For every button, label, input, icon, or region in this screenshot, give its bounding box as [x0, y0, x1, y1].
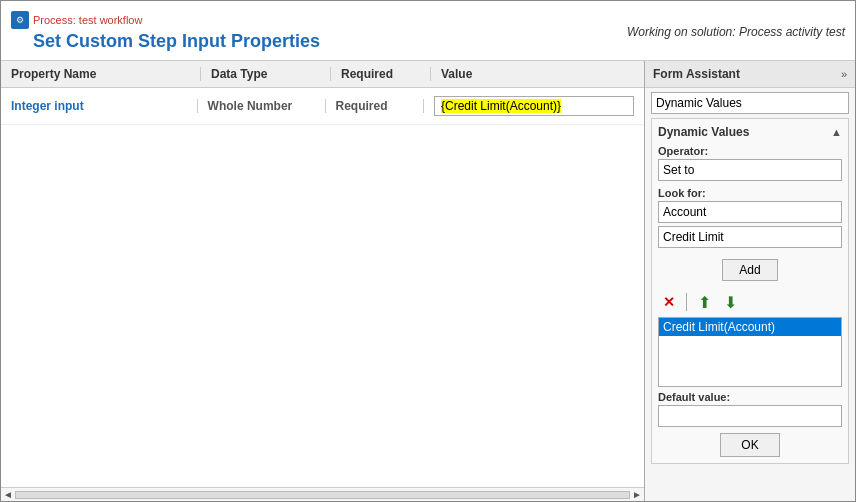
down-arrow-icon: ⬇: [724, 293, 737, 312]
value-highlight: {Credit Limit(Account)}: [441, 99, 561, 113]
cell-value: {Credit Limit(Account)}: [424, 96, 644, 116]
process-label: ⚙ Process: test workflow: [11, 11, 320, 29]
section-collapse-icon[interactable]: ▲: [831, 126, 842, 138]
header-data-type: Data Type: [201, 67, 331, 81]
form-assistant-body: Dynamic Values Dynamic Values ▲ Operator…: [645, 88, 855, 501]
ok-button[interactable]: OK: [720, 433, 779, 457]
bottom-scrollbar[interactable]: ◄ ►: [1, 487, 644, 501]
top-dropdown-row: Dynamic Values: [651, 92, 849, 114]
table-header: Property Name Data Type Required Value: [1, 61, 644, 88]
up-arrow-icon: ⬆: [698, 293, 711, 312]
left-panel: Property Name Data Type Required Value I…: [1, 61, 645, 501]
main-container: ⚙ Process: test workflow Set Custom Step…: [0, 0, 856, 502]
delete-button[interactable]: ✕: [658, 291, 680, 313]
page-title: Set Custom Step Input Properties: [33, 31, 320, 52]
look-for-dropdown[interactable]: Account: [658, 201, 842, 223]
working-on-label: Working on solution: Process activity te…: [627, 25, 845, 39]
toolbar-divider: [686, 293, 687, 311]
cell-data-type: Whole Number: [198, 99, 326, 113]
section-header-row: Dynamic Values ▲: [658, 125, 842, 139]
scroll-track[interactable]: [15, 491, 630, 499]
top-bar: ⚙ Process: test workflow Set Custom Step…: [1, 1, 855, 61]
move-down-button[interactable]: ⬇: [719, 291, 741, 313]
top-bar-left: ⚙ Process: test workflow Set Custom Step…: [11, 11, 320, 52]
top-dropdown[interactable]: Dynamic Values: [651, 92, 849, 114]
table-body: Integer input Whole Number Required {Cre…: [1, 88, 644, 487]
cell-required: Required: [326, 99, 425, 113]
scroll-left-arrow[interactable]: ◄: [3, 489, 13, 500]
header-required: Required: [331, 67, 431, 81]
header-value: Value: [431, 67, 644, 81]
dynamic-values-section: Dynamic Values ▲ Operator: Set to Look f…: [651, 118, 849, 464]
toolbar-row: ✕ ⬆ ⬇: [658, 291, 842, 313]
process-text: Process: test workflow: [33, 14, 142, 26]
section-label: Dynamic Values: [658, 125, 749, 139]
form-assistant-title: Form Assistant: [653, 67, 740, 81]
items-list[interactable]: Credit Limit(Account): [658, 317, 842, 387]
form-assistant-collapse-icon[interactable]: »: [841, 68, 847, 80]
header-property-name: Property Name: [1, 67, 201, 81]
default-value-label: Default value:: [658, 391, 842, 403]
table-row: Integer input Whole Number Required {Cre…: [1, 88, 644, 125]
field-dropdown[interactable]: Credit Limit: [658, 226, 842, 248]
default-value-input[interactable]: [658, 405, 842, 427]
look-for-label: Look for:: [658, 187, 842, 199]
ok-btn-row: OK: [658, 433, 842, 457]
operator-label: Operator:: [658, 145, 842, 157]
operator-dropdown[interactable]: Set to: [658, 159, 842, 181]
main-area: Property Name Data Type Required Value I…: [1, 61, 855, 501]
cell-property-name[interactable]: Integer input: [1, 99, 198, 113]
add-button[interactable]: Add: [722, 259, 777, 281]
right-panel: Form Assistant » Dynamic Values Dynamic …: [645, 61, 855, 501]
process-icon: ⚙: [11, 11, 29, 29]
form-assistant-header: Form Assistant »: [645, 61, 855, 88]
scroll-right-arrow[interactable]: ►: [632, 489, 642, 500]
value-field[interactable]: {Credit Limit(Account)}: [434, 96, 634, 116]
delete-icon: ✕: [663, 294, 675, 310]
list-item[interactable]: Credit Limit(Account): [659, 318, 841, 336]
move-up-button[interactable]: ⬆: [693, 291, 715, 313]
